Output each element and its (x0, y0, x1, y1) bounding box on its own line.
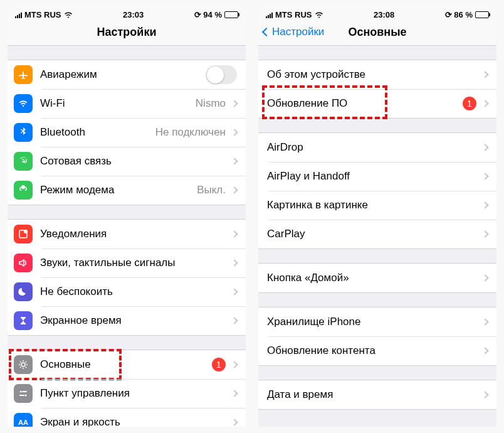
status-bar: MTS RUS 23:08 ⟳ 86 % (258, 6, 496, 21)
svg-text:AA: AA (18, 419, 28, 426)
display-icon: AA (14, 413, 33, 427)
dnd-moon-icon (14, 282, 33, 301)
wifi-icon (315, 11, 323, 18)
row-storage[interactable]: Хранилище iPhone (258, 307, 496, 336)
navbar: Настройки (8, 21, 246, 46)
chevron-right-icon (481, 144, 488, 151)
row-label: Экран и яркость (40, 416, 226, 427)
row-hotspot[interactable]: Режим модема Выкл. (8, 176, 246, 205)
sounds-icon (14, 254, 33, 272)
row-screentime[interactable]: Экранное время (8, 306, 246, 335)
svg-rect-4 (22, 391, 27, 392)
notifications-icon (14, 225, 33, 243)
back-button[interactable]: Настройки (263, 26, 324, 38)
row-label: Обновление контента (267, 345, 476, 357)
chevron-left-icon (262, 28, 271, 36)
svg-point-1 (24, 230, 28, 233)
row-label: Об этом устройстве (267, 68, 476, 81)
hotspot-icon (14, 181, 33, 200)
row-about[interactable]: Об этом устройстве (258, 60, 496, 89)
row-airplane[interactable]: Авиарежим (8, 60, 246, 89)
row-homebutton[interactable]: Кнопка «Домой» (258, 264, 496, 292)
group-storage: Хранилище iPhone Обновление контента (258, 307, 496, 366)
row-label: Уведомления (40, 228, 226, 240)
battery-icon (224, 11, 238, 18)
chevron-right-icon (231, 419, 238, 425)
row-software-update[interactable]: Обновление ПО 1 (258, 89, 496, 118)
row-value: Выкл. (197, 184, 226, 196)
row-datetime[interactable]: Дата и время (258, 380, 496, 409)
chevron-right-icon (231, 390, 238, 397)
row-content-refresh[interactable]: Обновление контента (258, 336, 496, 365)
row-airplay[interactable]: AirPlay и Handoff (258, 162, 496, 191)
row-label: CarPlay (267, 228, 476, 240)
group-homebutton: Кнопка «Домой» (258, 263, 496, 293)
chevron-right-icon (481, 201, 488, 208)
row-label: Хранилище iPhone (267, 316, 476, 328)
row-label: Не беспокоить (40, 286, 226, 298)
carrier-label: MTS RUS (275, 10, 312, 19)
row-label: AirPlay и Handoff (267, 170, 476, 183)
group-connectivity: Авиарежим Wi-Fi Nismo Bluetooth Не подкл… (8, 60, 246, 205)
chevron-right-icon (481, 391, 488, 398)
row-cellular[interactable]: Сотовая связь (8, 147, 246, 176)
row-label: Авиарежим (40, 68, 206, 81)
row-bluetooth[interactable]: Bluetooth Не подключен (8, 118, 246, 147)
row-display[interactable]: AA Экран и яркость (8, 408, 246, 427)
chevron-right-icon (231, 288, 238, 295)
badge-count: 1 (212, 358, 226, 372)
chevron-right-icon (481, 173, 488, 179)
cellular-icon (14, 152, 33, 171)
chevron-right-icon (231, 317, 238, 324)
row-sounds[interactable]: Звуки, тактильные сигналы (8, 249, 246, 277)
signal-icon (266, 12, 273, 18)
row-label: Сотовая связь (40, 155, 226, 168)
row-label: Режим модема (40, 184, 192, 196)
row-wifi[interactable]: Wi-Fi Nismo (8, 89, 246, 118)
control-center-icon (14, 384, 33, 403)
row-label: Картинка в картинке (267, 199, 476, 211)
bluetooth-icon (14, 123, 33, 142)
row-carplay[interactable]: CarPlay (258, 220, 496, 249)
row-label: Основные (40, 358, 207, 371)
row-pip[interactable]: Картинка в картинке (258, 191, 496, 220)
row-label: Обновление ПО (267, 97, 458, 110)
screentime-icon (14, 311, 33, 330)
clock: 23:08 (374, 10, 394, 19)
page-title: Настройки (15, 26, 238, 39)
svg-point-2 (21, 363, 25, 366)
group-datetime: Дата и время (258, 380, 496, 410)
row-general[interactable]: Основные 1 (8, 350, 246, 379)
chevron-right-icon (231, 100, 238, 107)
signal-icon (15, 12, 22, 18)
row-value: Nismo (196, 97, 226, 110)
chevron-right-icon (481, 100, 488, 107)
svg-point-5 (25, 395, 27, 397)
battery-percent: ⟳ 86 % (445, 10, 473, 19)
phone-settings-root: MTS RUS 23:03 ⟳ 94 % Настройки Авиарежим… (8, 6, 246, 427)
chevron-right-icon (481, 347, 488, 354)
row-label: Звуки, тактильные сигналы (40, 257, 226, 269)
back-label: Настройки (272, 26, 324, 38)
badge-count: 1 (463, 97, 476, 110)
chevron-right-icon (231, 230, 238, 237)
group-general: Основные 1 Пункт управления AA Экран и я… (8, 350, 246, 427)
chevron-right-icon (481, 71, 488, 78)
row-control-center[interactable]: Пункт управления (8, 379, 246, 408)
chevron-right-icon (481, 318, 488, 325)
chevron-right-icon (481, 230, 488, 237)
row-airdrop[interactable]: AirDrop (258, 133, 496, 162)
airplane-switch[interactable] (206, 65, 237, 84)
row-notifications[interactable]: Уведомления (8, 220, 246, 249)
row-dnd[interactable]: Не беспокоить (8, 277, 246, 306)
carrier-label: MTS RUS (24, 10, 61, 19)
clock: 23:03 (123, 10, 144, 19)
svg-point-3 (20, 391, 22, 393)
chevron-right-icon (231, 158, 238, 164)
svg-rect-6 (19, 395, 24, 396)
status-bar: MTS RUS 23:03 ⟳ 94 % (8, 6, 246, 21)
airplane-icon (14, 65, 33, 84)
row-label: Кнопка «Домой» (267, 272, 476, 284)
battery-percent: ⟳ 94 % (194, 10, 222, 19)
chevron-right-icon (481, 274, 488, 281)
